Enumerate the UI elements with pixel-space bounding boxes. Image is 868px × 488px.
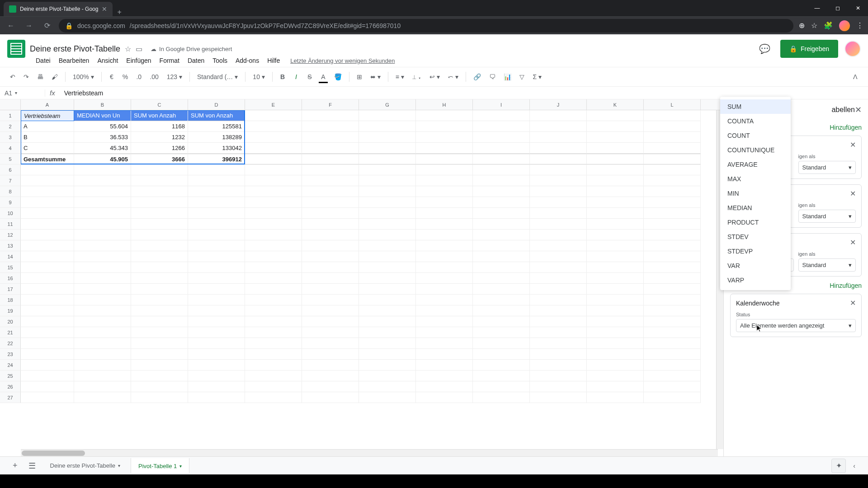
font-size-select[interactable]: 10 ▾ bbox=[250, 73, 268, 80]
agg-option-min[interactable]: MIN bbox=[720, 186, 791, 201]
menu-hilfe[interactable]: Hilfe bbox=[264, 55, 283, 66]
col-header-i[interactable]: I bbox=[473, 99, 530, 110]
agg-option-sum[interactable]: SUM bbox=[720, 99, 791, 114]
horizontal-scrollbar[interactable] bbox=[21, 449, 718, 456]
add-werte-button[interactable]: Hinzufügen bbox=[830, 124, 862, 131]
move-icon[interactable]: ▭ bbox=[136, 45, 142, 53]
row-header-14[interactable]: 14 bbox=[0, 251, 21, 262]
redo-icon[interactable]: ↷ bbox=[21, 71, 32, 82]
cell-d3[interactable]: 138289 bbox=[188, 132, 245, 143]
row-header-19[interactable]: 19 bbox=[0, 305, 21, 316]
tab-close-icon[interactable]: ✕ bbox=[102, 5, 107, 13]
link-icon[interactable]: 🔗 bbox=[471, 71, 484, 82]
row-header-8[interactable]: 8 bbox=[0, 186, 21, 197]
row-header-26[interactable]: 26 bbox=[0, 381, 21, 392]
add-sheet-button[interactable]: + bbox=[9, 459, 21, 472]
increase-decimal-button[interactable]: .00 bbox=[147, 71, 161, 82]
undo-icon[interactable]: ↶ bbox=[7, 71, 18, 82]
cell-c5[interactable]: 3666 bbox=[131, 154, 188, 164]
cell-a1[interactable]: Vertriebsteam bbox=[21, 110, 74, 121]
cell-a3[interactable]: B bbox=[21, 132, 74, 143]
menu-format[interactable]: Format bbox=[156, 55, 183, 66]
sheet-tab-2[interactable]: Pivot-Tabelle 1▾ bbox=[131, 458, 189, 473]
close-window-icon[interactable]: ✕ bbox=[848, 0, 868, 16]
new-tab-button[interactable]: + bbox=[113, 8, 126, 16]
rotate-icon[interactable]: ⤺ ▾ bbox=[445, 71, 461, 82]
comment-insert-icon[interactable]: 🗨 bbox=[486, 71, 498, 82]
cell-a2[interactable]: A bbox=[21, 121, 74, 132]
extensions-icon[interactable]: 🧩 bbox=[824, 21, 833, 30]
col-header-c[interactable]: C bbox=[131, 99, 188, 110]
paint-format-icon[interactable]: 🖌 bbox=[49, 71, 61, 82]
agg-option-countunique[interactable]: COUNTUNIQUE bbox=[720, 143, 791, 157]
col-header-f[interactable]: F bbox=[302, 99, 359, 110]
cell-a5[interactable]: Gesamtsumme bbox=[21, 154, 74, 164]
functions-icon[interactable]: Σ ▾ bbox=[530, 71, 545, 82]
col-header-d[interactable]: D bbox=[188, 99, 245, 110]
cell-d4[interactable]: 133042 bbox=[188, 143, 245, 154]
cell-b5[interactable]: 45.905 bbox=[74, 154, 131, 164]
cell-d1[interactable]: SUM von Anzah bbox=[188, 110, 245, 121]
cell-b3[interactable]: 36.533 bbox=[74, 132, 131, 143]
cell-c2[interactable]: 1168 bbox=[131, 121, 188, 132]
row-header-12[interactable]: 12 bbox=[0, 230, 21, 240]
col-header-g[interactable]: G bbox=[359, 99, 416, 110]
last-edit-link[interactable]: Letzte Änderung vor wenigen Sekunden bbox=[290, 57, 395, 64]
zoom-icon[interactable]: ⊕ bbox=[799, 21, 805, 30]
col-header-b[interactable]: B bbox=[74, 99, 131, 110]
forward-icon[interactable]: → bbox=[23, 22, 35, 30]
add-filter-button[interactable]: Hinzufügen bbox=[830, 282, 862, 289]
currency-button[interactable]: € bbox=[106, 71, 117, 82]
row-header-16[interactable]: 16 bbox=[0, 273, 21, 284]
collapse-toolbar-icon[interactable]: ᐱ bbox=[850, 71, 861, 82]
borders-icon[interactable]: ⊞ bbox=[354, 71, 365, 82]
agg-option-varp[interactable]: VARP bbox=[720, 273, 791, 287]
row-header-18[interactable]: 18 bbox=[0, 295, 21, 305]
text-color-icon[interactable]: A bbox=[318, 71, 329, 82]
agg-option-product[interactable]: PRODUCT bbox=[720, 215, 791, 230]
halign-icon[interactable]: ≡ ▾ bbox=[393, 71, 407, 82]
row-header-1[interactable]: 1 bbox=[0, 110, 21, 121]
show-as-select-1[interactable]: Standard▾ bbox=[798, 161, 856, 174]
row-header-7[interactable]: 7 bbox=[0, 175, 21, 186]
sheets-logo-icon[interactable] bbox=[7, 40, 25, 58]
sheet-tab-1[interactable]: Deine erste Pivot-Tabelle▾ bbox=[43, 459, 128, 473]
menu-daten[interactable]: Daten bbox=[184, 55, 208, 66]
spreadsheet-grid[interactable]: A B C D E F G H I J K L 1 Vertriebsteam … bbox=[0, 99, 723, 456]
row-header-27[interactable]: 27 bbox=[0, 392, 21, 403]
number-format-select[interactable]: 123 ▾ bbox=[164, 71, 185, 82]
chart-icon[interactable]: 📊 bbox=[501, 71, 514, 82]
row-header-9[interactable]: 9 bbox=[0, 197, 21, 208]
comments-icon[interactable]: 💬 bbox=[756, 40, 774, 58]
row-header-20[interactable]: 20 bbox=[0, 316, 21, 327]
wrap-icon[interactable]: ↩ ▾ bbox=[427, 71, 443, 82]
share-button[interactable]: 🔒 Freigeben bbox=[780, 40, 838, 58]
row-header-2[interactable]: 2 bbox=[0, 121, 21, 132]
row-header-23[interactable]: 23 bbox=[0, 349, 21, 360]
menu-datei[interactable]: Datei bbox=[33, 55, 54, 66]
cell-d2[interactable]: 125581 bbox=[188, 121, 245, 132]
menu-bearbeiten[interactable]: Bearbeiten bbox=[56, 55, 93, 66]
menu-addons[interactable]: Add-ons bbox=[232, 55, 262, 66]
col-header-h[interactable]: H bbox=[416, 99, 473, 110]
agg-option-average[interactable]: AVERAGE bbox=[720, 157, 791, 172]
profile-avatar-icon[interactable] bbox=[839, 20, 850, 31]
row-header-25[interactable]: 25 bbox=[0, 371, 21, 381]
row-header-13[interactable]: 13 bbox=[0, 240, 21, 251]
name-box[interactable]: A1▾ bbox=[0, 89, 45, 97]
select-all-corner[interactable] bbox=[0, 99, 21, 110]
merge-icon[interactable]: ⬌ ▾ bbox=[368, 71, 383, 82]
agg-option-var[interactable]: VAR bbox=[720, 258, 791, 273]
row-header-5[interactable]: 5 bbox=[0, 154, 21, 164]
remove-filter-icon[interactable]: ✕ bbox=[850, 299, 856, 307]
side-panel-toggle-icon[interactable]: ‹ bbox=[849, 462, 859, 469]
star-icon[interactable]: ☆ bbox=[811, 21, 817, 30]
agg-option-stdevp[interactable]: STDEVP bbox=[720, 244, 791, 258]
menu-einfuegen[interactable]: Einfügen bbox=[123, 55, 154, 66]
col-header-k[interactable]: K bbox=[587, 99, 644, 110]
all-sheets-icon[interactable]: ☰ bbox=[25, 459, 39, 473]
row-header-10[interactable]: 10 bbox=[0, 208, 21, 219]
back-icon[interactable]: ← bbox=[5, 22, 17, 30]
row-header-21[interactable]: 21 bbox=[0, 327, 21, 338]
cell-b2[interactable]: 55.604 bbox=[74, 121, 131, 132]
